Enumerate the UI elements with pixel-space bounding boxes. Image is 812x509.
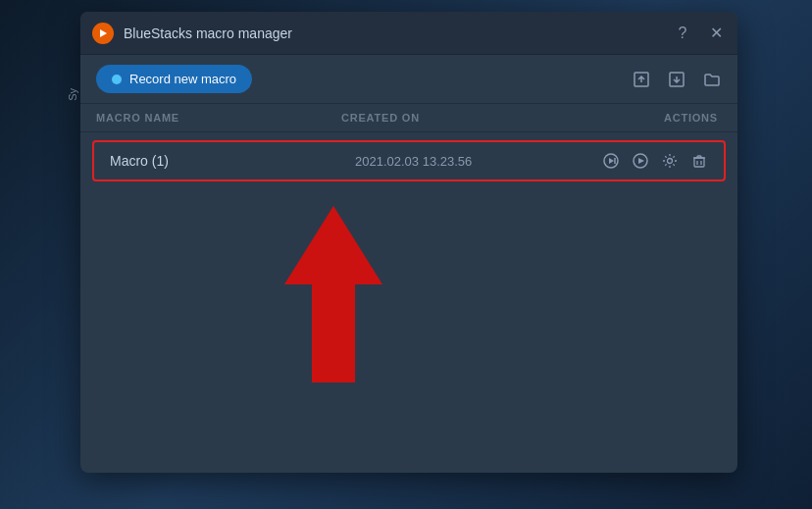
toolbar: Record new macro <box>80 55 737 104</box>
export-button[interactable] <box>632 70 651 89</box>
titlebar-controls: ? ✕ <box>673 24 726 43</box>
close-button[interactable]: ✕ <box>706 24 726 43</box>
svg-rect-7 <box>694 158 704 167</box>
help-button[interactable]: ? <box>673 24 692 43</box>
run-once-button[interactable] <box>602 152 620 170</box>
record-new-macro-button[interactable]: Record new macro <box>96 65 252 93</box>
svg-marker-8 <box>284 206 382 382</box>
folder-button[interactable] <box>702 70 722 89</box>
svg-marker-0 <box>100 29 107 37</box>
col-header-created-on: CREATED ON <box>341 112 664 124</box>
record-button-label: Record new macro <box>129 72 236 86</box>
macro-created-on: 2021.02.03 13.23.56 <box>355 154 602 169</box>
app-icon <box>92 23 114 44</box>
col-header-actions: ACTIONS <box>664 112 722 124</box>
red-arrow <box>275 196 392 392</box>
macro-name: Macro (1) <box>110 153 355 169</box>
dialog-title: BlueStacks macro manager <box>124 25 673 41</box>
row-action-buttons <box>602 152 708 170</box>
table-header: MACRO NAME CREATED ON ACTIONS <box>80 104 737 132</box>
delete-button[interactable] <box>690 152 708 170</box>
side-label: Sy <box>67 88 78 101</box>
col-header-macro-name: MACRO NAME <box>96 112 341 124</box>
play-button[interactable] <box>632 152 649 170</box>
table-row: Macro (1) 2021.02.03 13.23.56 <box>92 140 726 181</box>
import-button[interactable] <box>667 70 686 89</box>
titlebar: BlueStacks macro manager ? ✕ <box>80 12 737 55</box>
record-indicator <box>112 75 122 84</box>
settings-button[interactable] <box>661 152 679 170</box>
toolbar-action-buttons <box>632 70 722 89</box>
dialog-window: BlueStacks macro manager ? ✕ Record new … <box>80 12 737 473</box>
svg-point-6 <box>668 159 673 164</box>
svg-marker-5 <box>638 158 644 164</box>
